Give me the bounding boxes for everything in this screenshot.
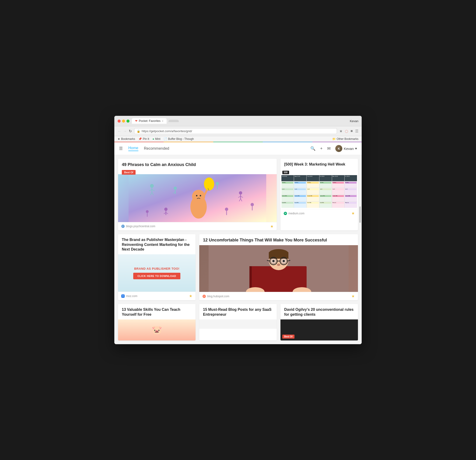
article-4-source: H blog.hubspot.com xyxy=(203,295,229,298)
article-7-title: David Ogilvy's 20 unconventional rules f… xyxy=(280,304,358,320)
browser-user-label: Kevan xyxy=(350,119,358,123)
article-2-source: M medium.com xyxy=(284,212,305,215)
article-7-image: Best Of xyxy=(280,320,358,340)
article-7-badge: Best Of xyxy=(282,335,295,338)
avatar: K xyxy=(335,145,342,152)
svg-point-52 xyxy=(277,264,280,266)
article-2-footer: M medium.com ★ xyxy=(280,209,358,217)
article-3-source: M moz.com xyxy=(121,295,137,298)
close-button[interactable] xyxy=(118,120,121,122)
url-bar[interactable]: 🔒 https://getpocket.com/a/favorites/grid… xyxy=(134,128,337,134)
article-card-6[interactable]: 15 Must-Read Blog Posts for any SaaS Ent… xyxy=(199,304,277,340)
url-text: https://getpocket.com/a/favorites/grid/ xyxy=(142,129,192,133)
article-card-1[interactable]: 49 Phrases to Calm an Anxious Child Best… xyxy=(118,159,277,230)
article-1-title: 49 Phrases to Calm an Anxious Child xyxy=(118,159,277,170)
bookmark-buffer[interactable]: 📄 Buffer Blog - Though xyxy=(164,137,194,140)
pinit-label: Pin It xyxy=(143,137,149,140)
article-3-star[interactable]: ★ xyxy=(189,294,192,298)
article-card-5[interactable]: 13 Valuable Skills You Can Teach Yoursel… xyxy=(118,304,196,340)
svg-point-31 xyxy=(146,210,149,213)
tab-bar: ❤ Pocket: Favorites × xyxy=(132,118,348,124)
address-bar: ← → ↻ 🔒 https://getpocket.com/a/favorite… xyxy=(114,126,362,136)
pocket-ext-icon[interactable]: ■ xyxy=(350,129,353,133)
star-icon[interactable]: ★ xyxy=(339,129,342,133)
svg-point-33 xyxy=(251,203,254,206)
pocket-icon: ❤ xyxy=(135,119,137,122)
search-button[interactable]: 🔍 xyxy=(310,146,315,151)
buffer-label: Buffer Blog - Though xyxy=(168,137,194,140)
article-4-source-name: blog.hubspot.com xyxy=(207,295,229,298)
menu-icon[interactable]: ☰ xyxy=(355,129,358,133)
article-1-image xyxy=(118,174,277,222)
article-1-badge: Best Of xyxy=(122,170,136,175)
inactive-tab[interactable] xyxy=(169,120,179,122)
nav-buttons: ← → ↻ xyxy=(118,129,132,133)
minimize-button[interactable] xyxy=(122,120,125,122)
bookmark-pinit[interactable]: 📌 Pin It xyxy=(138,137,149,140)
svg-point-51 xyxy=(283,260,285,262)
content-area: 49 Phrases to Calm an Anxious Child Best… xyxy=(114,155,362,344)
psychcentral-icon: P xyxy=(121,225,125,228)
back-button[interactable]: ← xyxy=(118,129,121,133)
bookmark-mint[interactable]: ● Mint xyxy=(152,137,160,140)
active-tab-label: Pocket: Favorites xyxy=(139,119,161,122)
other-bookmarks-label: Other Bookmarks xyxy=(337,137,358,140)
title-bar: ❤ Pocket: Favorites × Kevan xyxy=(114,116,362,126)
add-button[interactable]: + xyxy=(320,146,323,151)
article-4-star[interactable]: ★ xyxy=(351,294,355,298)
article-5-image: 🐷 xyxy=(118,320,196,340)
traffic-lights xyxy=(118,120,129,122)
nav-recommended[interactable]: Recommended xyxy=(144,146,170,151)
forward-button[interactable]: → xyxy=(123,129,127,133)
bookmarks-star-icon: ★ xyxy=(118,137,120,140)
article-2-title: [500] Week 3: Marketing Hell Week xyxy=(280,159,358,169)
hubspot-icon: H xyxy=(203,295,206,298)
browser-window: ❤ Pocket: Favorites × Kevan ← → ↻ 🔒 http… xyxy=(114,116,362,344)
fullscreen-button[interactable] xyxy=(127,120,129,122)
article-card-4[interactable]: 12 Uncomfortable Things That Will Make Y… xyxy=(199,234,358,300)
article-1-source: P blogs.psychcentral.com xyxy=(121,225,155,228)
article-card-2[interactable]: [500] Week 3: Marketing Hell Week 500 Tu… xyxy=(280,159,358,230)
article-card-3[interactable]: The Brand as Publisher Masterplan - Rein… xyxy=(118,234,196,300)
svg-point-3 xyxy=(196,195,197,196)
svg-point-14 xyxy=(239,191,242,194)
svg-point-29 xyxy=(216,182,219,185)
article-3-title: The Brand as Publisher Masterplan - Rein… xyxy=(118,234,196,254)
lock-icon: 🔒 xyxy=(137,130,140,133)
pinit-icon: 📌 xyxy=(138,137,142,140)
moz-icon: M xyxy=(121,295,125,298)
folder-icon: 📁 xyxy=(332,137,336,140)
article-2-star[interactable]: ★ xyxy=(351,211,355,216)
pocket-save-icon[interactable]: ◌ xyxy=(345,129,348,133)
other-bookmarks[interactable]: 📁 Other Bookmarks xyxy=(332,137,358,140)
article-4-title: 12 Uncomfortable Things That Will Make Y… xyxy=(199,234,358,245)
bookmarks-bar: ★ Bookmarks 📌 Pin It ● Mint 📄 Buffer Blo… xyxy=(114,136,362,142)
article-2-source-name: medium.com xyxy=(289,212,305,215)
article-card-7[interactable]: David Ogilvy's 20 unconventional rules f… xyxy=(280,304,358,340)
article-4-image xyxy=(199,245,358,292)
svg-point-20 xyxy=(164,208,168,211)
svg-point-4 xyxy=(200,195,201,196)
nav-home[interactable]: Home xyxy=(128,146,138,151)
content-wrapper: 49 Phrases to Calm an Anxious Child Best… xyxy=(114,155,362,344)
user-name: Kevan xyxy=(344,147,354,151)
refresh-button[interactable]: ↻ xyxy=(129,129,132,133)
bookmark-label: Bookmarks xyxy=(121,137,135,140)
address-bar-icons: ★ ◌ ■ ☰ xyxy=(339,129,358,133)
active-tab[interactable]: ❤ Pocket: Favorites × xyxy=(132,118,167,124)
article-6-image xyxy=(199,320,277,329)
download-button[interactable]: CLICK HERE TO DOWNLOAD xyxy=(133,273,180,279)
buffer-icon: 📄 xyxy=(164,137,167,140)
user-menu[interactable]: K Kevan ▾ xyxy=(335,145,357,152)
tab-close-button[interactable]: × xyxy=(162,120,163,122)
svg-point-27 xyxy=(225,208,228,211)
mint-label: Mint xyxy=(155,137,161,140)
svg-point-8 xyxy=(150,184,154,188)
scrollbar[interactable] xyxy=(359,206,361,223)
article-5-title: 13 Valuable Skills You Can Teach Yoursel… xyxy=(118,304,196,320)
bookmark-bookmarks[interactable]: ★ Bookmarks xyxy=(118,137,135,140)
mail-button[interactable]: ✉ xyxy=(327,146,331,151)
article-1-star[interactable]: ★ xyxy=(270,224,273,229)
hamburger-menu[interactable]: ☰ xyxy=(119,146,123,151)
chevron-down-icon: ▾ xyxy=(355,146,357,151)
